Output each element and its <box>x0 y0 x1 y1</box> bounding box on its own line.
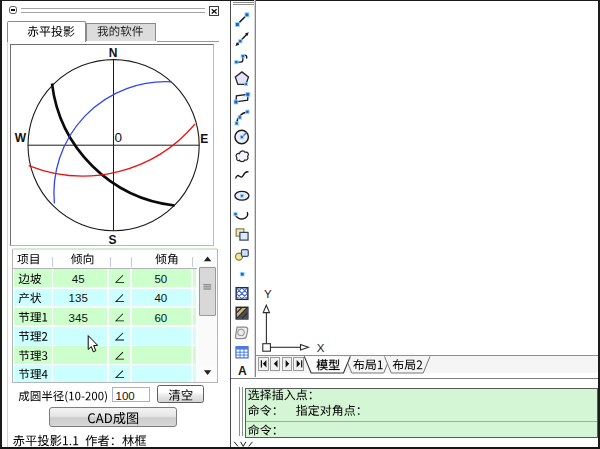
svg-text:Y: Y <box>264 288 272 300</box>
svg-text:100: 100 <box>116 390 135 402</box>
svg-text:40: 40 <box>154 292 167 304</box>
svg-text:50: 50 <box>154 273 167 285</box>
svg-text:W: W <box>15 131 27 145</box>
svg-text:X: X <box>317 342 325 354</box>
svg-text:345: 345 <box>69 312 88 324</box>
svg-text:E: E <box>200 132 208 146</box>
svg-text:60: 60 <box>154 312 167 324</box>
svg-text:S: S <box>109 233 117 247</box>
svg-text:45: 45 <box>72 273 85 285</box>
svg-text:N: N <box>109 46 118 60</box>
svg-text:A: A <box>238 364 247 378</box>
svg-text:0: 0 <box>115 130 123 145</box>
svg-text:135: 135 <box>69 292 88 304</box>
